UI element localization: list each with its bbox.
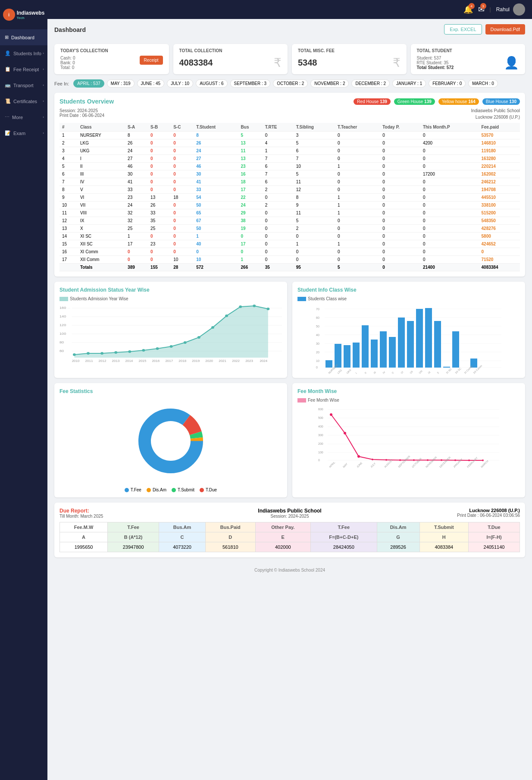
- table-row: 6III30003016750017200162002: [59, 170, 520, 178]
- svg-text:II: II: [364, 371, 367, 374]
- fee-tab-february[interactable]: FEBRUARY : 0: [429, 79, 466, 88]
- table-row: 13X25250501902000428276: [59, 225, 520, 233]
- rupee-icon: ₹: [274, 56, 282, 70]
- tsubmit-label: T.Submit: [178, 488, 194, 492]
- students-table-wrapper: # Class S-A S-B S-C T.Student Bus T.RTE …: [59, 123, 520, 271]
- svg-text:140: 140: [59, 315, 66, 318]
- fee-tab-may[interactable]: MAY : 319: [107, 79, 135, 88]
- svg-text:MAY: MAY: [342, 462, 348, 468]
- col-dis-am: Dis.Am: [377, 522, 419, 532]
- svg-point-119: [427, 459, 429, 461]
- notifications-button[interactable]: 🔔 4: [463, 5, 473, 14]
- chevron-right-icon: ›: [43, 115, 44, 119]
- rte-count: RTE Student: 35: [417, 60, 454, 65]
- val-b: 23947800: [108, 542, 159, 552]
- fee-tab-january[interactable]: JANUARY : 1: [392, 79, 426, 88]
- col-tfee: T.Fee: [108, 522, 159, 532]
- main-content: 🔔 4 ✉ 3 | Rahul Dashboard Exp. EXCEL Dow…: [47, 0, 532, 780]
- svg-rect-65: [380, 331, 387, 368]
- col-fee-mw: Fee.M.W: [60, 522, 108, 532]
- svg-point-16: [114, 351, 117, 354]
- fee-month-card: Fee Month Wise Fee Month Wise 600 500 40…: [292, 383, 525, 497]
- charts-row-2: Fee Statistics: [54, 383, 525, 497]
- fee-tab-june[interactable]: JUNE : 45: [137, 79, 165, 88]
- sidebar-item-transport[interactable]: 🚌 Transport ›: [0, 77, 47, 93]
- messages-button[interactable]: ✉ 3: [478, 5, 485, 14]
- fee-tab-october[interactable]: OCTOBER : 2: [273, 79, 308, 88]
- download-pdf-button[interactable]: Download.Pdf: [485, 24, 526, 35]
- username: Rahul: [496, 6, 510, 13]
- person-icon: 👤: [504, 56, 519, 70]
- fee-tab-december[interactable]: DECEMBER : 2: [351, 79, 390, 88]
- val-c: 4073220: [159, 542, 206, 552]
- yellow-house-tag: Yellow house 164: [438, 98, 479, 105]
- fee-tab-july[interactable]: JULY : 10: [167, 79, 193, 88]
- svg-point-19: [156, 347, 159, 350]
- svg-point-122: [468, 459, 470, 461]
- admission-chart-title: Student Admission Status Year Wise: [59, 287, 282, 293]
- sidebar-item-fee-receipt[interactable]: 📋 Fee Receipt ›: [0, 61, 47, 77]
- till-month: Till Month: March 2025: [59, 514, 213, 519]
- sidebar-item-students[interactable]: 👤 Students Info ›: [0, 45, 47, 61]
- svg-rect-62: [353, 343, 360, 368]
- col-t-submit: T.Submit: [419, 522, 468, 532]
- students-table: # Class S-A S-B S-C T.Student Bus T.RTE …: [59, 123, 520, 271]
- svg-point-14: [87, 352, 90, 355]
- svg-text:2021: 2021: [219, 359, 226, 362]
- dashboard-icon: ⊞: [5, 35, 9, 40]
- logo-text: IndiaswebsTech: [17, 10, 45, 20]
- col-bus-paid: Bus.Paid: [206, 522, 256, 532]
- total-student-count: Total Student: 572: [417, 65, 454, 70]
- svg-text:2010: 2010: [72, 359, 80, 362]
- col-c: C: [159, 532, 206, 542]
- fee-month-legend: Fee Month Wise: [297, 398, 520, 403]
- val-a: 1995650: [60, 542, 108, 552]
- sidebar-item-certificates[interactable]: 📜 Certificates ›: [0, 93, 47, 109]
- svg-text:0: 0: [318, 459, 320, 462]
- due-report-header: Due Report: Till Month: March 2025 India…: [59, 508, 520, 519]
- sidebar-item-dashboard[interactable]: ⊞ Dashboard: [0, 29, 47, 45]
- svg-text:20: 20: [316, 351, 319, 354]
- table-row: 17XII Comm00101010000071520: [59, 256, 520, 264]
- fee-tab-april[interactable]: APRIL : 537: [73, 79, 104, 88]
- more-icon: ⋯: [5, 114, 9, 120]
- user-menu[interactable]: Rahul: [496, 3, 525, 16]
- table-row: 7IV41004118611000246212: [59, 178, 520, 186]
- sidebar-item-label: Transport: [13, 83, 34, 88]
- svg-point-13: [73, 353, 76, 356]
- fee-tab-september[interactable]: SEPTEMBER : 3: [230, 79, 271, 88]
- col-e: E: [255, 532, 310, 542]
- svg-text:VII: VII: [409, 370, 413, 374]
- admission-chart-legend: Students Admission Year Wise: [59, 296, 282, 301]
- svg-point-24: [225, 315, 228, 317]
- footer-text: Copyright © Indiaswebs School 2024: [254, 568, 325, 572]
- col-hash: #: [59, 123, 78, 132]
- sidebar-item-label: Exam: [13, 131, 25, 136]
- students-count: Student: 537: [417, 56, 454, 60]
- fee-tab-november[interactable]: NOVEMBER : 2: [310, 79, 349, 88]
- fee-tab-march[interactable]: MARCH : 0: [468, 79, 498, 88]
- svg-point-120: [441, 459, 442, 461]
- due-table-header-row2: A B (A*12) C D E F=(B+C-D+E) G H I=(F-H): [60, 532, 520, 542]
- svg-text:2011: 2011: [85, 359, 93, 362]
- col-d: D: [206, 532, 256, 542]
- blue-house-tag: Blue House 130: [482, 98, 520, 105]
- col-tteacher: T.Teacher: [335, 123, 380, 132]
- svg-text:MARCH: MARCH: [480, 460, 489, 469]
- svg-text:50: 50: [316, 325, 319, 328]
- rupee-icon-2: ₹: [393, 56, 401, 70]
- sidebar-item-label: More: [12, 115, 23, 120]
- sidebar-item-more[interactable]: ⋯ More ›: [0, 109, 47, 125]
- svg-text:XI Comm: XI Comm: [463, 365, 473, 374]
- fee-tab-august[interactable]: AUGUST : 6: [196, 79, 227, 88]
- svg-text:2013: 2013: [112, 359, 120, 362]
- sidebar-item-exam[interactable]: 📝 Exam ›: [0, 125, 47, 141]
- export-excel-button[interactable]: Exp. EXCEL: [444, 24, 482, 35]
- receipt-button[interactable]: Receipt: [140, 56, 163, 65]
- svg-point-114: [357, 455, 360, 458]
- svg-text:2014: 2014: [125, 359, 133, 362]
- sidebar-item-label: Students Info: [13, 51, 41, 56]
- students-tbody: 1NURSERY8008503000535702LKG2600261345004…: [59, 132, 520, 264]
- col-sb: S-B: [148, 123, 171, 132]
- sidebar-item-label: Fee Receipt: [13, 67, 39, 72]
